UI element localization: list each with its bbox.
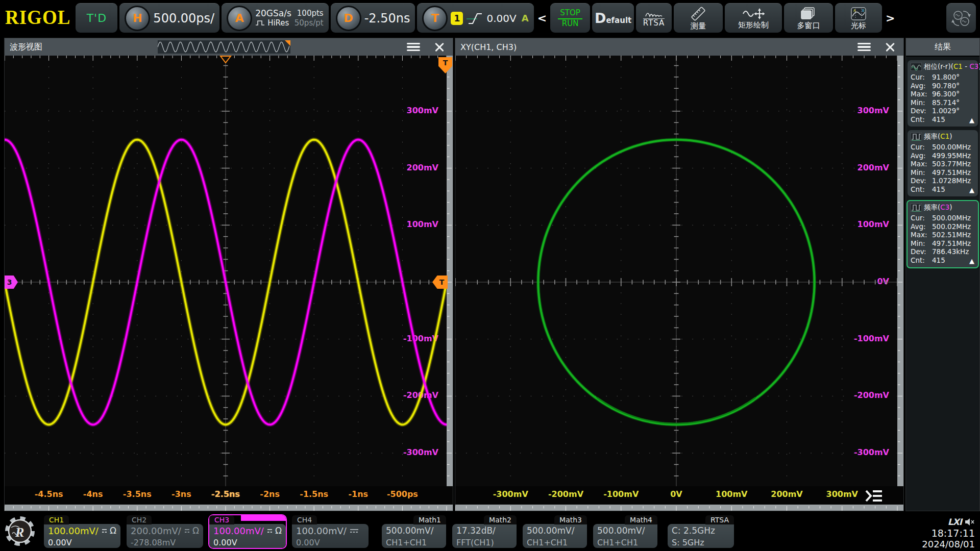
meas-name: 相位(r-r)(C1 - C3)	[924, 62, 980, 71]
math3-expression: CH1+CH1	[527, 537, 583, 548]
system-gear-button[interactable]: R	[4, 515, 36, 549]
measure-button[interactable]: 测量	[674, 3, 723, 33]
ch2-scale: 200.00mV/	[131, 525, 181, 537]
default-button[interactable]: Default	[592, 3, 634, 33]
cursor-button[interactable]: A B 光标	[835, 3, 882, 33]
meas-row: Avg:500.02MHz	[911, 222, 975, 231]
math2-label: Math2	[484, 515, 517, 524]
trigger-status-button[interactable]: T'D	[76, 3, 117, 33]
measure-label: 测量	[691, 22, 706, 30]
results-expand-icon[interactable]	[864, 488, 884, 506]
meas-row: Cur:500.00MHz	[911, 214, 975, 222]
meas-row: Max:503.77MHz	[911, 160, 975, 168]
meas-row: Max:96.300°	[911, 90, 975, 98]
channel-tile-ch1[interactable]: CH1 100.00mV/ Ω 0.00V	[44, 515, 120, 548]
math4-tile[interactable]: Math4 500.00mV/ CH1+CH1	[593, 515, 657, 548]
measurement-card-freq-c3[interactable]: 频率(C3) Cur:500.00MHz Avg:500.02MHz Max:5…	[906, 200, 979, 268]
multi-window-button[interactable]: 多窗口	[784, 3, 833, 33]
oscilloscope-screen: RIGOL T'D H 500.00ps/ A 20GSa/s HiRes 10…	[0, 0, 980, 551]
waveform-preview-strip[interactable]	[158, 40, 290, 54]
results-sidebar: 结果 相位(r-r)(C1 - C3) Cur:91.800° Avg:90.7…	[905, 38, 980, 511]
phase-measure-icon	[911, 63, 922, 71]
waveform-menu-icon[interactable]	[407, 43, 420, 52]
math3-tile[interactable]: Math3 500.00mV/ CH1+CH1	[523, 515, 587, 548]
multi-window-label: 多窗口	[797, 21, 820, 30]
time-axis-tick-label: -1ns	[333, 489, 384, 499]
stacked-windows-icon	[801, 7, 816, 20]
meas-row: Max:502.51MHz	[911, 231, 975, 239]
freq-measure-icon	[911, 204, 922, 212]
rect-draw-button[interactable]: 矩形绘制	[725, 3, 782, 33]
math1-tile[interactable]: Math1 500.00mV/ CH1+CH1	[382, 515, 446, 548]
meas-row: Dev:1.0029°	[911, 107, 975, 115]
xy-x-tick-label: 0V	[651, 489, 702, 499]
time-axis-tick-label: -3ns	[156, 489, 207, 499]
channel-tile-ch4[interactable]: CH4 100.00mV/ 0.00V	[292, 515, 369, 548]
toolbar-collapse-chevron[interactable]: <	[536, 12, 548, 24]
svg-text:B: B	[862, 9, 865, 12]
delay-knob[interactable]: D	[336, 6, 361, 31]
math2-tile[interactable]: Math2 17.32dB/ FFT(CH1)	[452, 515, 517, 548]
rtsa-button[interactable]: RTSA	[636, 3, 672, 33]
measurement-card-freq-c1[interactable]: 频率(C1) Cur:500.00MHz Avg:499.95MHz Max:5…	[908, 130, 978, 196]
pulse-icon	[255, 20, 265, 26]
waveform-panel-header: 波形视图	[5, 38, 453, 56]
measurement-card-phase[interactable]: 相位(r-r)(C1 - C3) Cur:91.800° Avg:90.780°…	[908, 60, 978, 127]
sample-interval: 50ps/pt	[295, 18, 324, 28]
channel-tile-ch3[interactable]: CH3 100.00mV/ Ω 0.00V	[209, 515, 286, 548]
ch4-label: CH4	[292, 515, 317, 524]
rtsa-label: RTSA	[643, 18, 665, 27]
stop-label: STOP	[558, 9, 582, 19]
horizontal-scale-group[interactable]: H 500.00ps/	[119, 3, 219, 33]
waveform-loop-button[interactable]	[946, 3, 976, 33]
waveform-horizontal-ruler[interactable]	[5, 505, 453, 511]
collapse-triangle-icon[interactable]: ▲	[969, 186, 974, 195]
waveform-close-icon[interactable]	[434, 42, 445, 52]
xy-x-axis: -300mV-200mV-100mV0V100mV200mV300mV	[455, 486, 903, 505]
xy-horizontal-ruler[interactable]	[455, 505, 903, 511]
time-axis-tick-label: -3.5ns	[112, 489, 163, 499]
sine-move-icon	[742, 8, 765, 20]
meas-row: Avg:90.780°	[911, 82, 975, 90]
ch2-impedance: Ω	[192, 525, 199, 537]
rtsa-center-freq: C: 2.5GHz	[672, 525, 730, 537]
horizontal-offset-value: -2.50ns	[364, 11, 410, 26]
run-stop-button[interactable]: STOP RUN	[550, 3, 590, 33]
math4-expression: CH1+CH1	[597, 537, 653, 548]
collapse-triangle-icon[interactable]: ▲	[969, 116, 974, 125]
xy-grid: 300mV200mV100mV0V-100mV-200mV-300mV	[455, 56, 897, 486]
toolbar-expand-chevron[interactable]: >	[884, 12, 896, 24]
acquisition-group[interactable]: A 20GSa/s HiRes 100pts 50ps/pt	[222, 3, 329, 33]
rtsa-tile[interactable]: RTSA C: 2.5GHz S: 5GHz	[668, 515, 734, 548]
xy-x-tick-label: 200mV	[762, 489, 813, 499]
channel-tile-ch2[interactable]: CH2 200.00mV/ Ω -278.08mV	[127, 515, 203, 548]
system-time: 18:17:11	[922, 528, 975, 539]
dc-coupling-icon	[102, 528, 107, 534]
delay-group[interactable]: D -2.50ns	[331, 3, 415, 33]
meas-row: Min:497.51MHz	[911, 168, 975, 177]
trigger-slope-icon	[466, 11, 483, 26]
meas-name: 频率(C3)	[924, 203, 952, 212]
math4-label: Math4	[625, 515, 657, 524]
xy-menu-icon[interactable]	[857, 43, 871, 52]
time-axis-tick-label: -4.5ns	[23, 489, 75, 499]
xy-x-tick-label: -300mV	[485, 489, 536, 499]
xy-x-tick-label: 100mV	[706, 489, 757, 499]
xy-close-icon[interactable]	[885, 42, 895, 52]
memory-depth: 100pts	[295, 9, 324, 18]
speaker-muted-icon[interactable]	[965, 518, 975, 526]
trigger-knob[interactable]: T	[422, 6, 448, 31]
waveform-grid: 300mV200mV100mV-100mV-200mV-300mV	[5, 56, 447, 486]
freq-measure-icon	[911, 133, 922, 141]
xy-vertical-ruler[interactable]	[897, 56, 903, 486]
default-label-cap: D	[595, 10, 606, 26]
acquire-knob[interactable]: A	[227, 6, 252, 31]
collapse-triangle-icon[interactable]: ▲	[969, 257, 974, 266]
trigger-group[interactable]: T 1 0.00V A	[417, 3, 533, 33]
math4-scale: 500.00mV/	[597, 525, 653, 537]
horizontal-knob[interactable]: H	[125, 6, 150, 31]
ch1-impedance: Ω	[110, 525, 116, 537]
waveform-vertical-ruler[interactable]	[447, 56, 453, 486]
rtsa-spectrum-icon	[645, 9, 663, 17]
rigol-logo: RIGOL	[4, 5, 74, 31]
